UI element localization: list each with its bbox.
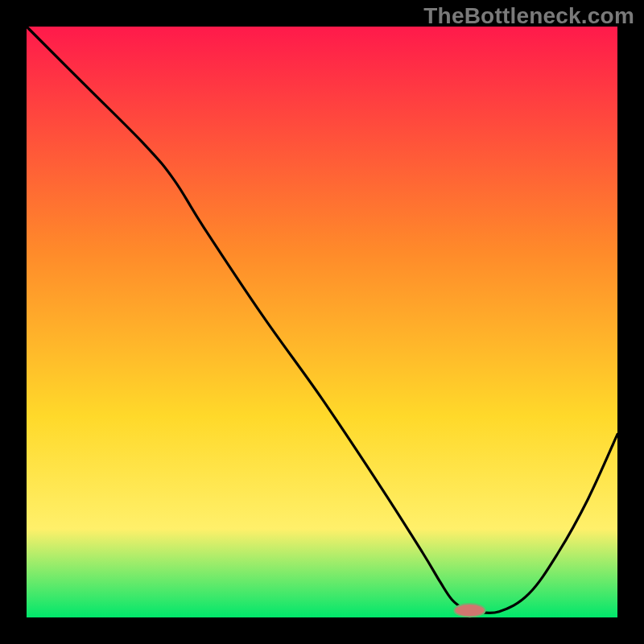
- watermark-text: TheBottleneck.com: [423, 3, 634, 29]
- optimal-marker: [454, 604, 485, 617]
- bottleneck-chart: [0, 0, 644, 644]
